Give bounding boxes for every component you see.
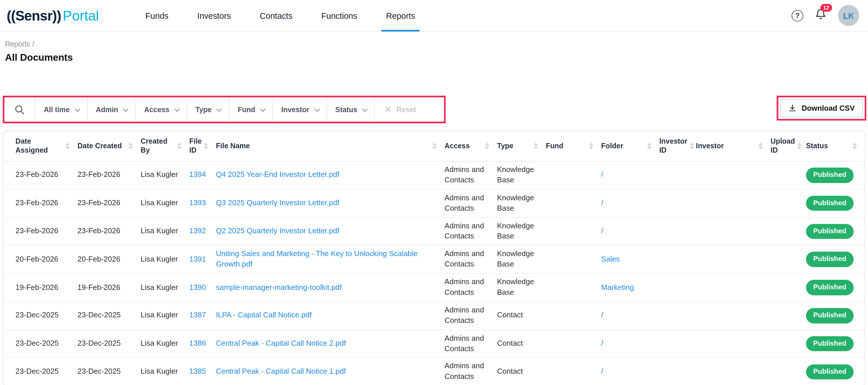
download-csv-button[interactable]: Download CSV [780,99,863,117]
filter-dropdown-investor[interactable]: Investor [273,97,327,122]
file-id-link[interactable]: 1390 [189,283,206,291]
type-value: Knowledge Base [497,221,534,240]
file-name-link[interactable]: Central Peak - Capital Call Notice 2.pdf [216,339,346,347]
file-id-link[interactable]: 1387 [189,311,206,319]
column-header-folder[interactable]: Folder [601,142,659,150]
nav-item-funds[interactable]: Funds [131,0,183,31]
chevron-down-icon [260,106,266,112]
filter-dropdown-all-time[interactable]: All time [35,97,87,122]
sort-icon[interactable] [647,143,652,149]
sort-icon[interactable] [533,143,538,149]
help-icon[interactable]: ? [792,9,803,21]
file-id-link[interactable]: 1385 [189,367,206,376]
access-value: Admins and Contacts [444,362,484,381]
file-name-link[interactable]: ILPA - Capital Call Notice.pdf [216,311,312,319]
folder-link[interactable]: / [601,199,603,207]
sort-icon[interactable] [128,143,133,149]
file-id-link[interactable]: 1394 [189,171,206,179]
file-name-link[interactable]: Central Peak - Capital Call Notice 1.pdf [216,367,346,376]
sort-icon[interactable] [65,143,70,149]
column-header-access[interactable]: Access [444,142,497,150]
file-id-link[interactable]: 1391 [189,255,206,263]
sort-icon[interactable] [432,143,437,149]
filter-dropdown-access[interactable]: Access [136,97,187,122]
search-button[interactable] [4,97,35,122]
file-name-link[interactable]: Q3 2025 Quarterly Investor Letter.pdf [216,199,339,207]
top-navigation-bar: ((Sensr)) Portal Funds Investors Contact… [0,0,868,32]
file-id-link[interactable]: 1392 [189,226,206,235]
file-name-link[interactable]: Q4 2025 Year-End Investor Letter.pdf [216,171,339,179]
cell-investor-id [659,256,696,263]
filter-dropdown-type[interactable]: Type [187,97,229,122]
file-id-link[interactable]: 1393 [189,199,206,207]
cell-folder: / [601,307,659,324]
folder-link[interactable]: Sales [601,255,620,263]
cell-investor-id [659,200,696,207]
column-header-fund[interactable]: Fund [546,142,601,150]
file-name-link[interactable]: sample-manager-marketing-toolkit.pdf [216,283,342,291]
nav-item-label: Reports [386,11,415,20]
date-created-value: 23-Dec-2025 [78,339,121,347]
sort-icon[interactable] [797,143,802,149]
column-header-type[interactable]: Type [497,142,546,150]
folder-link[interactable]: / [601,311,603,319]
folder-link[interactable]: / [601,339,603,347]
sort-icon[interactable] [485,143,489,149]
status-badge: Published [806,280,854,295]
column-header-status[interactable]: Status [806,142,865,150]
nav-item-contacts[interactable]: Contacts [245,0,307,31]
avatar-initials: LK [843,11,854,20]
cell-investor [696,256,771,263]
type-value: Contact [497,339,523,347]
column-header-date-created[interactable]: Date Created [78,142,141,150]
table-row: 23-Feb-2026 23-Feb-2026 Lisa Kugler 1394… [3,162,865,189]
folder-link[interactable]: / [601,226,603,235]
cell-created-by: Lisa Kugler [141,279,189,296]
sort-icon[interactable] [589,143,593,149]
sort-icon[interactable] [177,143,181,149]
folder-link[interactable]: / [601,171,603,179]
column-label: Type [497,142,513,150]
dropdown-label: Investor [281,105,309,114]
file-name-link[interactable]: Uniting Sales and Marketing - The Key to… [216,250,417,269]
column-header-investor-id[interactable]: Investor ID [659,137,696,155]
created-by-value: Lisa Kugler [141,339,178,347]
notifications-button[interactable]: 12 [815,8,826,23]
cell-date-created: 23-Feb-2026 [78,195,141,212]
cell-upload-id [771,172,806,179]
column-label: Date Created [78,142,122,150]
file-name-link[interactable]: Q2 2025 Quarterly Investor Letter.pdf [216,226,339,235]
column-header-file-name[interactable]: File Name [216,142,444,150]
file-id-link[interactable]: 1386 [189,339,206,347]
folder-link[interactable]: Marketing [601,283,634,291]
sort-icon[interactable] [689,143,694,149]
folder-link[interactable]: / [601,367,603,376]
x-close-icon: ✕ [385,105,392,114]
table-body: 23-Feb-2026 23-Feb-2026 Lisa Kugler 1394… [3,162,865,385]
column-header-file-id[interactable]: File ID [189,137,216,155]
status-badge: Published [806,196,854,211]
chevron-down-icon [362,106,368,112]
column-header-created-by[interactable]: Created By [141,137,189,155]
avatar[interactable]: LK [838,5,859,26]
cell-folder: / [601,335,659,352]
column-header-investor[interactable]: Investor [696,142,771,150]
sensr-portal-logo[interactable]: ((Sensr)) Portal [7,7,99,24]
breadcrumb[interactable]: Reports / [5,40,868,48]
sort-icon[interactable] [204,143,208,149]
sort-icon[interactable] [852,143,857,149]
created-by-value: Lisa Kugler [141,367,178,376]
nav-item-investors[interactable]: Investors [183,0,245,31]
column-header-date-assigned[interactable]: Date Assigned [16,137,78,155]
created-by-value: Lisa Kugler [141,199,178,207]
filter-dropdown-fund[interactable]: Fund [229,97,273,122]
cell-status: Published [806,193,865,214]
nav-item-functions[interactable]: Functions [307,0,372,31]
filter-dropdown-status[interactable]: Status [327,97,375,122]
column-header-upload-id[interactable]: Upload ID [771,137,806,155]
type-value: Knowledge Base [497,278,534,296]
reset-filters-button[interactable]: ✕ Reset [375,97,426,122]
nav-item-reports[interactable]: Reports [372,0,430,31]
sort-icon[interactable] [758,143,763,149]
filter-dropdown-admin[interactable]: Admin [87,97,136,122]
